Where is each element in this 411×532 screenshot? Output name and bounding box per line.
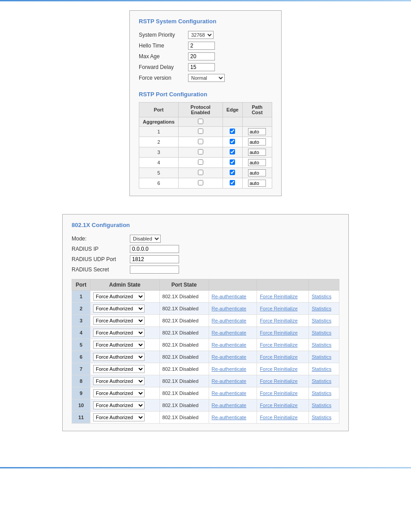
rstp-port-cell: Aggregations: [139, 117, 179, 127]
force-version-select[interactable]: Normal Compatible: [188, 74, 225, 82]
hello-time-row: Hello Time: [139, 42, 272, 50]
edge-checkbox[interactable]: [230, 170, 235, 175]
port-state-cell: 802.1X Disabled: [159, 387, 209, 399]
statistics-link[interactable]: Statistics: [312, 294, 331, 299]
statistics-link[interactable]: Statistics: [312, 415, 331, 420]
port-state-cell: 802.1X Disabled: [159, 351, 209, 363]
admin-state-select[interactable]: Force AuthorizedForce UnauthorizedAuto: [93, 329, 145, 337]
force-reinitialize-link[interactable]: Force Reinitialize: [260, 366, 297, 372]
statistics-link[interactable]: Statistics: [312, 403, 331, 408]
admin-state-select[interactable]: Force AuthorizedForce UnauthorizedAuto: [93, 305, 145, 313]
statistics-link[interactable]: Statistics: [312, 342, 331, 348]
force-reinitialize-link[interactable]: Force Reinitialize: [260, 294, 297, 299]
admin-state-select[interactable]: Force AuthorizedForce UnauthorizedAuto: [93, 341, 145, 349]
admin-state-select[interactable]: Force AuthorizedForce UnauthorizedAuto: [93, 353, 145, 361]
protocol-enabled-checkbox[interactable]: [198, 170, 203, 175]
force-reinitialize-link[interactable]: Force Reinitialize: [260, 390, 297, 396]
edge-checkbox[interactable]: [230, 159, 235, 165]
admin-state-select[interactable]: Force AuthorizedForce UnauthorizedAuto: [93, 317, 145, 325]
dot1x-port-cell: 11: [72, 412, 90, 424]
rstp-port-cell: 4: [139, 158, 179, 168]
dot1x-col-statistics: [309, 279, 339, 291]
admin-state-select[interactable]: Force AuthorizedForce UnauthorizedAuto: [93, 413, 145, 421]
reauthenticate-link[interactable]: Re-authenticate: [212, 403, 247, 408]
reauthenticate-link[interactable]: Re-authenticate: [212, 330, 247, 335]
statistics-link[interactable]: Statistics: [312, 366, 331, 372]
system-priority-select[interactable]: 32768 04096819216384 2457628672368644096…: [188, 31, 214, 39]
protocol-enabled-checkbox[interactable]: [198, 129, 203, 134]
force-reinitialize-link[interactable]: Force Reinitialize: [260, 342, 297, 348]
statistics-link[interactable]: Statistics: [312, 318, 331, 323]
protocol-enabled-checkbox[interactable]: [198, 159, 203, 165]
edge-checkbox[interactable]: [230, 149, 235, 154]
admin-state-select[interactable]: Force AuthorizedForce UnauthorizedAuto: [93, 401, 145, 409]
reauthenticate-link[interactable]: Re-authenticate: [212, 306, 247, 311]
force-reinitialize-link[interactable]: Force Reinitialize: [260, 403, 297, 408]
path-cost-input[interactable]: [248, 180, 266, 187]
mode-label: Mode:: [72, 236, 130, 242]
path-cost-input[interactable]: [248, 159, 266, 166]
statistics-link[interactable]: Statistics: [312, 354, 331, 360]
reauthenticate-link[interactable]: Re-authenticate: [212, 354, 247, 360]
radius-secret-input[interactable]: [130, 266, 179, 274]
reauthenticate-link[interactable]: Re-authenticate: [212, 342, 247, 348]
forward-delay-input[interactable]: [188, 63, 215, 71]
reauthenticate-link[interactable]: Re-authenticate: [212, 390, 247, 396]
reauthenticate-link[interactable]: Re-authenticate: [212, 294, 247, 299]
reauthenticate-link[interactable]: Re-authenticate: [212, 378, 247, 384]
admin-state-select[interactable]: Force AuthorizedForce UnauthorizedAuto: [93, 377, 145, 385]
admin-state-select[interactable]: Force AuthorizedForce UnauthorizedAuto: [93, 292, 145, 300]
max-age-input[interactable]: [188, 52, 215, 60]
port-state-cell: 802.1X Disabled: [159, 339, 209, 351]
hello-time-input[interactable]: [188, 42, 215, 50]
radius-udp-input[interactable]: [130, 255, 179, 263]
rstp-port-cell: 5: [139, 168, 179, 178]
admin-state-cell: Force AuthorizedForce UnauthorizedAuto: [90, 291, 160, 303]
edge-checkbox[interactable]: [230, 180, 235, 185]
edge-checkbox[interactable]: [230, 139, 235, 144]
radius-ip-input[interactable]: [130, 245, 179, 253]
statistics-link[interactable]: Statistics: [312, 390, 331, 396]
max-age-label: Max Age: [139, 53, 188, 60]
admin-state-cell: Force AuthorizedForce UnauthorizedAuto: [90, 327, 160, 339]
protocol-enabled-checkbox[interactable]: [198, 180, 203, 185]
admin-state-select[interactable]: Force AuthorizedForce UnauthorizedAuto: [93, 389, 145, 397]
force-reinitialize-link[interactable]: Force Reinitialize: [260, 415, 297, 420]
path-cost-input[interactable]: [248, 149, 266, 156]
admin-state-cell: Force AuthorizedForce UnauthorizedAuto: [90, 351, 160, 363]
forward-delay-label: Forward Delay: [139, 64, 188, 70]
radius-ip-row: RADIUS IP: [72, 245, 339, 253]
port-state-cell: 802.1X Disabled: [159, 303, 209, 315]
protocol-enabled-checkbox[interactable]: [198, 119, 203, 124]
path-cost-input[interactable]: [248, 169, 266, 176]
reauthenticate-link[interactable]: Re-authenticate: [212, 415, 247, 420]
force-reinitialize-link[interactable]: Force Reinitialize: [260, 330, 297, 335]
reauthenticate-link[interactable]: Re-authenticate: [212, 366, 247, 372]
path-cost-input[interactable]: [248, 128, 266, 135]
statistics-link[interactable]: Statistics: [312, 330, 331, 335]
edge-checkbox[interactable]: [230, 129, 235, 134]
admin-state-select[interactable]: Force AuthorizedForce UnauthorizedAuto: [93, 365, 145, 373]
dot1x-port-cell: 10: [72, 399, 90, 412]
path-cost-input[interactable]: [248, 138, 266, 146]
statistics-link[interactable]: Statistics: [312, 378, 331, 384]
radius-ip-label: RADIUS IP: [72, 246, 130, 252]
force-reinitialize-link[interactable]: Force Reinitialize: [260, 306, 297, 311]
protocol-enabled-checkbox[interactable]: [198, 149, 203, 154]
mode-select[interactable]: Disabled Enabled: [130, 235, 161, 243]
force-reinitialize-link[interactable]: Force Reinitialize: [260, 318, 297, 323]
hello-time-label: Hello Time: [139, 43, 188, 49]
force-reinitialize-link[interactable]: Force Reinitialize: [260, 378, 297, 384]
forward-delay-row: Forward Delay: [139, 63, 272, 71]
port-state-cell: 802.1X Disabled: [159, 291, 209, 303]
reauthenticate-link[interactable]: Re-authenticate: [212, 318, 247, 323]
dot1x-col-port-state: Port State: [159, 279, 209, 291]
force-reinitialize-link[interactable]: Force Reinitialize: [260, 354, 297, 360]
admin-state-cell: Force AuthorizedForce UnauthorizedAuto: [90, 363, 160, 375]
dot1x-col-force-reinitialize: [257, 279, 309, 291]
statistics-link[interactable]: Statistics: [312, 306, 331, 311]
protocol-enabled-checkbox[interactable]: [198, 139, 203, 144]
rstp-system-title: RSTP System Configuration: [139, 18, 272, 25]
col-protocol-enabled: Protocol Enabled: [178, 103, 223, 117]
dot1x-table: Port Admin State Port State 1Force Autho…: [72, 279, 339, 424]
